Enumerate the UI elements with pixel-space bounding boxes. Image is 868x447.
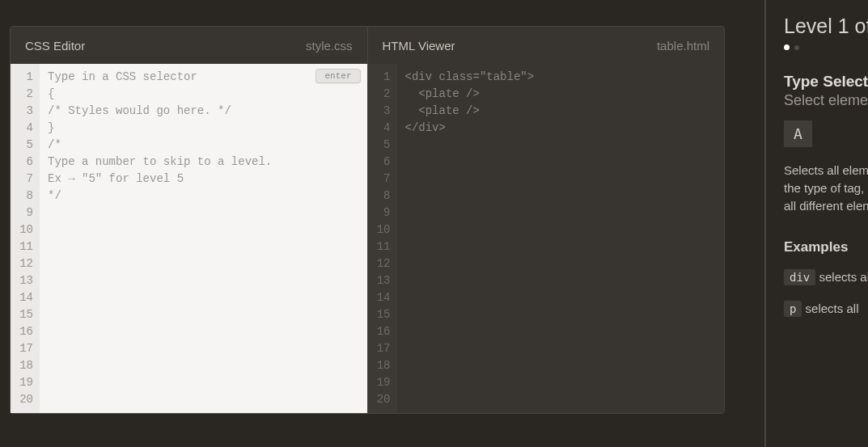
- line-number: 1: [11, 69, 33, 86]
- example-line: p selects all: [784, 302, 868, 315]
- line-number: 6: [11, 154, 33, 171]
- desc-line: Selects all elem: [784, 163, 868, 177]
- level-progress[interactable]: [784, 44, 868, 50]
- line-number: 15: [11, 306, 33, 323]
- line-number: 5: [368, 137, 391, 154]
- code-line: [48, 255, 359, 272]
- selector-title: Type Selecto: [784, 73, 868, 91]
- line-number: 8: [368, 188, 391, 205]
- line-number: 13: [11, 272, 33, 289]
- html-pane-header: HTML Viewer table.html: [368, 27, 725, 64]
- code-line: <div class="table">: [405, 69, 717, 86]
- code-line: [405, 340, 717, 357]
- example-code-badge: div: [784, 269, 815, 285]
- line-number: 18: [11, 357, 33, 374]
- line-number: 17: [368, 340, 391, 357]
- progress-dot[interactable]: [784, 44, 790, 50]
- line-number: 14: [368, 289, 391, 306]
- css-pane-title: CSS Editor: [25, 39, 85, 53]
- line-number: 19: [11, 374, 33, 391]
- line-number: 10: [368, 221, 391, 238]
- line-number: 14: [11, 289, 33, 306]
- example-line: div selects all: [784, 270, 868, 284]
- selector-subtitle: Select elemen: [784, 92, 868, 109]
- editor-container: CSS Editor style.css 1234567891011121314…: [10, 26, 725, 414]
- html-pane-title: HTML Viewer: [383, 39, 455, 53]
- line-number: 19: [368, 374, 391, 391]
- selector-description: Selects all elem the type of tag, s all …: [784, 162, 868, 215]
- line-number: 17: [11, 340, 33, 357]
- enter-button[interactable]: enter: [315, 69, 360, 83]
- line-number: 1: [368, 69, 391, 86]
- css-pane-header: CSS Editor style.css: [11, 27, 367, 64]
- line-number: 12: [11, 255, 33, 272]
- code-line: [405, 137, 717, 154]
- line-number: 20: [11, 391, 33, 408]
- line-number: 11: [11, 238, 33, 255]
- code-line: Type in a CSS selector: [48, 69, 359, 86]
- code-line: [405, 171, 717, 188]
- code-line: [405, 323, 717, 340]
- code-line: [48, 357, 359, 374]
- desc-line: all different elen: [784, 199, 868, 213]
- code-line: [405, 154, 717, 171]
- code-line: [48, 323, 359, 340]
- code-line: [48, 272, 359, 289]
- line-number: 9: [368, 205, 391, 221]
- line-number: 10: [11, 221, 33, 238]
- example-code-badge: p: [784, 301, 802, 317]
- code-line: [48, 205, 359, 221]
- html-gutter: 1234567891011121314151617181920: [368, 64, 397, 413]
- code-line: Type a number to skip to a level.: [48, 154, 359, 171]
- code-line: <plate />: [405, 103, 717, 120]
- code-line: [48, 238, 359, 255]
- css-editor-pane: CSS Editor style.css 1234567891011121314…: [11, 27, 367, 413]
- css-pane-filename: style.css: [306, 39, 353, 53]
- html-viewer-pane: HTML Viewer table.html 12345678910111213…: [367, 27, 725, 413]
- info-sidebar: Level 1 of Type Selecto Select elemen A …: [764, 0, 868, 447]
- code-line: [405, 205, 717, 221]
- css-code-area[interactable]: 1234567891011121314151617181920 enter Ty…: [11, 64, 367, 413]
- syntax-badge: A: [784, 120, 812, 147]
- level-title: Level 1 of: [784, 15, 868, 38]
- example-text: selects all: [815, 270, 868, 284]
- line-number: 13: [368, 272, 391, 289]
- code-line: [405, 272, 717, 289]
- line-number: 8: [11, 188, 33, 205]
- code-line: [48, 340, 359, 357]
- code-line: [405, 357, 717, 374]
- progress-dot[interactable]: [794, 45, 799, 50]
- code-line: }: [48, 120, 359, 137]
- code-line: [405, 221, 717, 238]
- code-line: [405, 255, 717, 272]
- example-text: selects all: [802, 302, 858, 315]
- line-number: 3: [368, 103, 391, 120]
- line-number: 2: [368, 86, 391, 103]
- code-line: [405, 306, 717, 323]
- examples-title: Examples: [784, 239, 868, 255]
- code-line: <plate />: [405, 86, 717, 103]
- desc-line: the type of tag, s: [784, 181, 868, 195]
- html-code-area: 1234567891011121314151617181920 <div cla…: [368, 64, 725, 413]
- line-number: 4: [11, 120, 33, 137]
- line-number: 11: [368, 238, 391, 255]
- code-line: /* Styles would go here. */: [48, 103, 359, 120]
- code-line: [48, 221, 359, 238]
- code-line: </div>: [405, 120, 717, 137]
- code-line: [48, 374, 359, 391]
- code-line: {: [48, 86, 359, 103]
- code-line: [48, 306, 359, 323]
- code-line: [405, 374, 717, 391]
- code-line: [405, 289, 717, 306]
- line-number: 7: [368, 171, 391, 188]
- line-number: 6: [368, 154, 391, 171]
- line-number: 15: [368, 306, 391, 323]
- code-line: */: [48, 188, 359, 205]
- line-number: 20: [368, 391, 391, 408]
- line-number: 4: [368, 120, 391, 137]
- line-number: 18: [368, 357, 391, 374]
- css-code-body[interactable]: enter Type in a CSS selector{/* Styles w…: [40, 64, 367, 413]
- line-number: 16: [11, 323, 33, 340]
- css-gutter: 1234567891011121314151617181920: [11, 64, 40, 413]
- code-line: /*: [48, 137, 359, 154]
